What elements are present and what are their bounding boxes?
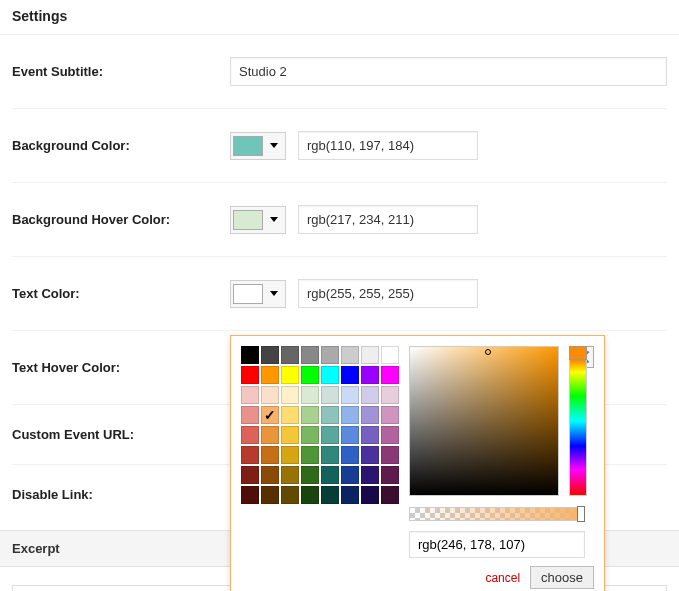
label-background-color: Background Color: — [12, 138, 230, 153]
palette-swatch[interactable] — [341, 386, 359, 404]
palette-swatch[interactable] — [261, 366, 279, 384]
palette-swatch[interactable] — [281, 346, 299, 364]
color-picker-actions: cancel choose — [409, 566, 594, 589]
label-event-subtitle: Event Subtitle: — [12, 64, 230, 79]
alpha-slider[interactable] — [409, 507, 585, 521]
palette-swatch[interactable] — [341, 446, 359, 464]
palette-swatch[interactable] — [241, 446, 259, 464]
background-color-swatch-chip — [233, 136, 263, 156]
background-color-input[interactable] — [298, 131, 478, 160]
palette-swatch[interactable] — [261, 386, 279, 404]
palette-swatch[interactable] — [281, 366, 299, 384]
palette-swatch[interactable] — [361, 366, 379, 384]
palette-swatch[interactable] — [301, 366, 319, 384]
text-color-swatch-button[interactable] — [230, 280, 286, 308]
palette-swatch[interactable] — [281, 406, 299, 424]
palette-swatch[interactable]: ✓ — [261, 406, 279, 424]
palette-swatch[interactable] — [281, 466, 299, 484]
palette-swatch[interactable] — [341, 486, 359, 504]
palette-swatch[interactable] — [361, 346, 379, 364]
palette-swatch[interactable] — [361, 486, 379, 504]
chevron-down-icon — [270, 291, 278, 296]
palette-swatch[interactable] — [281, 486, 299, 504]
label-disable-link: Disable Link: — [12, 487, 230, 502]
palette-swatch[interactable] — [381, 386, 399, 404]
event-subtitle-input[interactable] — [230, 57, 667, 86]
palette-swatch[interactable] — [261, 486, 279, 504]
palette-swatch[interactable] — [341, 426, 359, 444]
palette-swatch[interactable] — [341, 366, 359, 384]
palette-swatch[interactable] — [241, 406, 259, 424]
palette-swatch[interactable] — [361, 406, 379, 424]
label-background-hover-color: Background Hover Color: — [12, 212, 230, 227]
cancel-link[interactable]: cancel — [485, 571, 520, 585]
palette-swatch[interactable] — [241, 466, 259, 484]
row-event-subtitle: Event Subtitle: — [12, 35, 667, 109]
background-hover-color-swatch-button[interactable] — [230, 206, 286, 234]
palette-swatch[interactable] — [301, 386, 319, 404]
palette-swatch[interactable] — [341, 406, 359, 424]
palette-swatch[interactable] — [381, 346, 399, 364]
section-title: Settings — [0, 0, 679, 35]
palette-swatch[interactable] — [281, 446, 299, 464]
palette-swatch[interactable] — [381, 446, 399, 464]
sv-handle[interactable] — [485, 349, 491, 355]
palette-swatch[interactable] — [361, 466, 379, 484]
palette-swatch[interactable] — [361, 386, 379, 404]
chevron-down-icon — [270, 217, 278, 222]
palette-swatch[interactable] — [261, 446, 279, 464]
hue-preview-swatch — [569, 346, 587, 360]
palette-swatch[interactable] — [301, 426, 319, 444]
palette-swatch[interactable] — [361, 446, 379, 464]
label-custom-event-url: Custom Event URL: — [12, 427, 230, 442]
palette-swatch[interactable] — [321, 446, 339, 464]
color-palette-grid: ✓ — [241, 346, 399, 589]
palette-swatch[interactable] — [261, 466, 279, 484]
background-color-swatch-button[interactable] — [230, 132, 286, 160]
palette-swatch[interactable] — [321, 426, 339, 444]
alpha-handle[interactable] — [577, 506, 585, 522]
palette-swatch[interactable] — [241, 386, 259, 404]
palette-swatch[interactable] — [321, 366, 339, 384]
color-picker-right-column: cancel choose — [409, 346, 594, 589]
palette-swatch[interactable] — [341, 466, 359, 484]
palette-swatch[interactable] — [261, 426, 279, 444]
palette-swatch[interactable] — [261, 346, 279, 364]
label-text-hover-color: Text Hover Color: — [12, 360, 230, 375]
palette-swatch[interactable] — [241, 366, 259, 384]
palette-swatch[interactable] — [341, 346, 359, 364]
palette-swatch[interactable] — [321, 346, 339, 364]
palette-swatch[interactable] — [281, 426, 299, 444]
row-text-color: Text Color: — [12, 257, 667, 331]
palette-swatch[interactable] — [321, 486, 339, 504]
text-color-input[interactable] — [298, 279, 478, 308]
text-color-swatch-chip — [233, 284, 263, 304]
check-icon: ✓ — [264, 408, 276, 422]
palette-swatch[interactable] — [301, 446, 319, 464]
palette-swatch[interactable] — [321, 386, 339, 404]
palette-swatch[interactable] — [301, 486, 319, 504]
palette-swatch[interactable] — [381, 486, 399, 504]
palette-swatch[interactable] — [301, 406, 319, 424]
palette-swatch[interactable] — [381, 466, 399, 484]
color-picker-popup: ✓ cancel choose — [230, 335, 605, 591]
row-background-hover-color: Background Hover Color: — [12, 183, 667, 257]
color-picker-value-input[interactable] — [409, 531, 585, 558]
palette-swatch[interactable] — [381, 366, 399, 384]
palette-swatch[interactable] — [361, 426, 379, 444]
choose-button[interactable]: choose — [530, 566, 594, 589]
palette-swatch[interactable] — [321, 466, 339, 484]
palette-swatch[interactable] — [301, 466, 319, 484]
palette-swatch[interactable] — [381, 406, 399, 424]
palette-swatch[interactable] — [241, 426, 259, 444]
palette-swatch[interactable] — [321, 406, 339, 424]
chevron-down-icon — [270, 143, 278, 148]
palette-swatch[interactable] — [241, 486, 259, 504]
background-hover-color-input[interactable] — [298, 205, 478, 234]
palette-swatch[interactable] — [381, 426, 399, 444]
saturation-value-area[interactable] — [409, 346, 559, 496]
palette-swatch[interactable] — [241, 346, 259, 364]
palette-swatch[interactable] — [301, 346, 319, 364]
palette-swatch[interactable] — [281, 386, 299, 404]
hue-slider[interactable] — [569, 346, 587, 496]
